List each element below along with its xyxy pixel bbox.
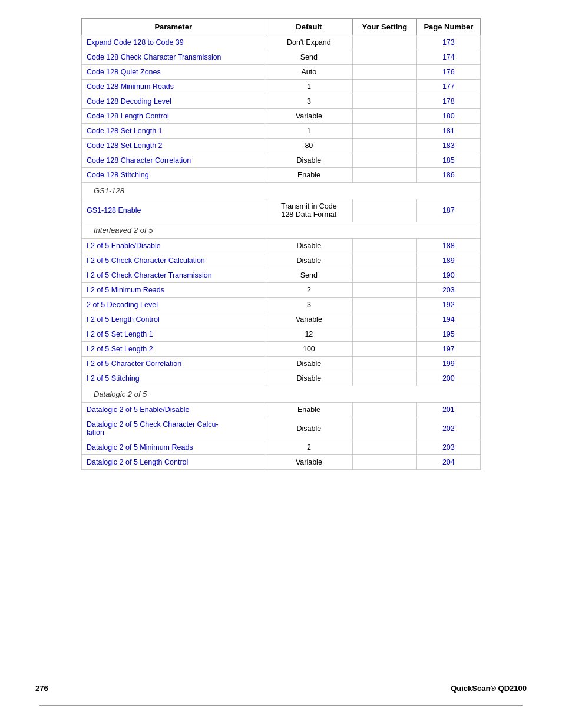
page-number-value-14: 189 — [442, 256, 455, 265]
param-link-7[interactable]: Code 128 Set Length 2 — [87, 141, 163, 150]
page-number-value-9: 186 — [442, 171, 455, 179]
param-link-6[interactable]: Code 128 Set Length 1 — [87, 127, 163, 135]
page-number-value-24: 201 — [442, 406, 455, 414]
page-number-value-6: 181 — [442, 127, 455, 135]
default-cell-24: Enable — [265, 403, 353, 417]
page-cell-2: 176 — [416, 65, 480, 80]
param-cell-27[interactable]: Datalogic 2 of 5 Length Control — [82, 455, 265, 470]
param-link-19[interactable]: I 2 of 5 Set Length 1 — [87, 330, 153, 338]
default-cell-16: 2 — [265, 283, 353, 298]
param-link-20[interactable]: I 2 of 5 Set Length 2 — [87, 345, 153, 353]
page-cell-3: 177 — [416, 80, 480, 94]
page-number-value-25: 202 — [442, 424, 455, 433]
your-setting-cell-18 — [353, 312, 416, 327]
param-link-3[interactable]: Code 128 Minimum Reads — [87, 83, 174, 91]
param-link-2[interactable]: Code 128 Quiet Zones — [87, 68, 161, 76]
section-header-23: Datalogic 2 of 5 — [82, 386, 481, 403]
param-link-26[interactable]: Datalogic 2 of 5 Minimum Reads — [87, 443, 193, 452]
param-cell-20[interactable]: I 2 of 5 Set Length 2 — [82, 342, 265, 357]
default-cell-26: 2 — [265, 440, 353, 455]
your-setting-cell-26 — [353, 440, 416, 455]
param-cell-24[interactable]: Datalogic 2 of 5 Enable/Disable — [82, 403, 265, 417]
param-cell-5[interactable]: Code 128 Length Control — [82, 109, 265, 124]
param-cell-17[interactable]: 2 of 5 Decoding Level — [82, 298, 265, 312]
param-cell-7[interactable]: Code 128 Set Length 2 — [82, 139, 265, 153]
default-cell-1: Send — [265, 50, 353, 65]
param-cell-19[interactable]: I 2 of 5 Set Length 1 — [82, 327, 265, 342]
param-link-4[interactable]: Code 128 Decoding Level — [87, 97, 171, 106]
param-link-21[interactable]: I 2 of 5 Character Correlation — [87, 360, 181, 368]
param-link-18[interactable]: I 2 of 5 Length Control — [87, 315, 160, 324]
your-setting-cell-22 — [353, 371, 416, 386]
page-cell-15: 190 — [416, 268, 480, 283]
page-cell-8: 185 — [416, 153, 480, 168]
param-cell-11[interactable]: GS1-128 Enable — [82, 199, 265, 222]
param-link-5[interactable]: Code 128 Length Control — [87, 112, 169, 120]
param-link-1[interactable]: Code 128 Check Character Transmission — [87, 53, 222, 61]
default-cell-14: Disable — [265, 253, 353, 268]
default-cell-9: Enable — [265, 168, 353, 183]
param-cell-6[interactable]: Code 128 Set Length 1 — [82, 124, 265, 139]
param-link-17[interactable]: 2 of 5 Decoding Level — [87, 301, 158, 309]
param-cell-1[interactable]: Code 128 Check Character Transmission — [82, 50, 265, 65]
your-setting-cell-13 — [353, 239, 416, 253]
param-link-15[interactable]: I 2 of 5 Check Character Transmission — [87, 271, 212, 279]
your-setting-cell-27 — [353, 455, 416, 470]
default-cell-18: Variable — [265, 312, 353, 327]
param-cell-2[interactable]: Code 128 Quiet Zones — [82, 65, 265, 80]
param-link-22[interactable]: I 2 of 5 Stitching — [87, 374, 140, 383]
page-number-value-7: 183 — [442, 141, 455, 150]
page-number-value-17: 192 — [442, 301, 455, 309]
page-cell-24: 201 — [416, 403, 480, 417]
param-cell-13[interactable]: I 2 of 5 Enable/Disable — [82, 239, 265, 253]
your-setting-cell-16 — [353, 283, 416, 298]
param-cell-18[interactable]: I 2 of 5 Length Control — [82, 312, 265, 327]
param-cell-14[interactable]: I 2 of 5 Check Character Calculation — [82, 253, 265, 268]
param-link-8[interactable]: Code 128 Character Correlation — [87, 156, 191, 164]
page-number-value-15: 190 — [442, 271, 455, 279]
param-cell-22[interactable]: I 2 of 5 Stitching — [82, 371, 265, 386]
page-number-value-13: 188 — [442, 242, 455, 250]
param-cell-16[interactable]: I 2 of 5 Minimum Reads — [82, 283, 265, 298]
page-cell-0: 173 — [416, 35, 480, 50]
param-link-27[interactable]: Datalogic 2 of 5 Length Control — [87, 458, 188, 466]
default-cell-7: 80 — [265, 139, 353, 153]
param-link-24[interactable]: Datalogic 2 of 5 Enable/Disable — [87, 406, 189, 414]
your-setting-cell-15 — [353, 268, 416, 283]
param-link-14[interactable]: I 2 of 5 Check Character Calculation — [87, 256, 205, 265]
your-setting-cell-7 — [353, 139, 416, 153]
product-name: QuickScan® QD2100 — [451, 684, 527, 693]
param-link-0[interactable]: Expand Code 128 to Code 39 — [87, 38, 184, 47]
param-link-16[interactable]: I 2 of 5 Minimum Reads — [87, 286, 164, 294]
page-number-value-3: 177 — [442, 83, 455, 91]
page-cell-25: 202 — [416, 417, 480, 440]
param-cell-8[interactable]: Code 128 Character Correlation — [82, 153, 265, 168]
your-setting-cell-11 — [353, 199, 416, 222]
parameter-table: Parameter Default Your Setting Page Numb… — [81, 18, 481, 470]
page-number-value-4: 178 — [442, 97, 455, 106]
page-number: 276 — [35, 684, 48, 693]
param-link-25[interactable]: Datalogic 2 of 5 Check Character Calcu-l… — [87, 420, 219, 437]
param-cell-3[interactable]: Code 128 Minimum Reads — [82, 80, 265, 94]
param-link-13[interactable]: I 2 of 5 Enable/Disable — [87, 242, 161, 250]
section-header-12: Interleaved 2 of 5 — [82, 222, 481, 239]
page-cell-17: 192 — [416, 298, 480, 312]
default-cell-19: 12 — [265, 327, 353, 342]
page-number-value-21: 199 — [442, 360, 455, 368]
param-link-9[interactable]: Code 128 Stitching — [87, 171, 149, 179]
header-page-number: Page Number — [416, 19, 480, 35]
page-cell-19: 195 — [416, 327, 480, 342]
default-cell-4: 3 — [265, 94, 353, 109]
param-cell-9[interactable]: Code 128 Stitching — [82, 168, 265, 183]
param-cell-25[interactable]: Datalogic 2 of 5 Check Character Calcu-l… — [82, 417, 265, 440]
your-setting-cell-5 — [353, 109, 416, 124]
footer-wrapper: 276 QuickScan® QD2100 — [0, 705, 562, 710]
your-setting-cell-21 — [353, 357, 416, 371]
param-link-11[interactable]: GS1-128 Enable — [87, 206, 141, 215]
param-cell-4[interactable]: Code 128 Decoding Level — [82, 94, 265, 109]
param-cell-26[interactable]: Datalogic 2 of 5 Minimum Reads — [82, 440, 265, 455]
param-cell-15[interactable]: I 2 of 5 Check Character Transmission — [82, 268, 265, 283]
page-number-value-11: 187 — [442, 206, 455, 215]
param-cell-0[interactable]: Expand Code 128 to Code 39 — [82, 35, 265, 50]
param-cell-21[interactable]: I 2 of 5 Character Correlation — [82, 357, 265, 371]
